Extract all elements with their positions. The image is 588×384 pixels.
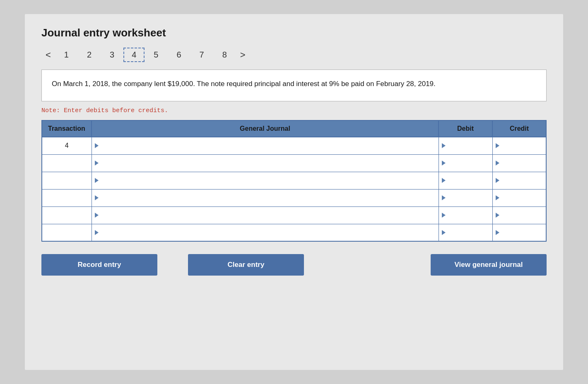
- col-header-general-journal: General Journal: [92, 120, 439, 137]
- pagination-item-1[interactable]: 1: [55, 48, 78, 62]
- debit-input-2[interactable]: [439, 172, 492, 189]
- note-text: Note: Enter debits before credits.: [41, 107, 547, 114]
- arrow-icon: [496, 195, 499, 200]
- view-general-journal-button[interactable]: View general journal: [431, 254, 547, 276]
- debit-input-4[interactable]: [439, 207, 492, 224]
- general-journal-cell-0[interactable]: [92, 137, 439, 154]
- table-row: [42, 224, 546, 241]
- pagination-prev[interactable]: <: [41, 48, 55, 62]
- pagination: < 1 2 3 4 5 6 7 8 >: [41, 48, 547, 62]
- table-row: [42, 172, 546, 189]
- pagination-item-6[interactable]: 6: [167, 48, 190, 62]
- pagination-item-5[interactable]: 5: [145, 48, 167, 62]
- debit-input-0[interactable]: [439, 137, 492, 154]
- arrow-icon: [496, 143, 499, 148]
- arrow-icon: [442, 161, 446, 166]
- general-journal-cell-3[interactable]: [92, 189, 439, 206]
- record-entry-button[interactable]: Record entry: [41, 254, 157, 276]
- arrow-icon: [442, 195, 446, 200]
- debit-cell-0[interactable]: [439, 137, 492, 154]
- debit-cell-1[interactable]: [439, 154, 492, 172]
- description-text: On March 1, 2018, the company lent $19,0…: [52, 80, 436, 88]
- credit-input-2[interactable]: [493, 172, 546, 189]
- pagination-item-8[interactable]: 8: [213, 48, 236, 62]
- transaction-cell-0: 4: [42, 137, 92, 154]
- transaction-cell-3: [42, 189, 92, 206]
- arrow-icon: [95, 161, 99, 166]
- transaction-cell-2: [42, 172, 92, 189]
- table-row: [42, 206, 546, 224]
- general-journal-input-3[interactable]: [94, 190, 439, 206]
- transaction-cell-1: [42, 154, 92, 172]
- general-journal-input-2[interactable]: [94, 172, 439, 189]
- general-journal-cell-1[interactable]: [92, 154, 439, 172]
- credit-input-3[interactable]: [493, 190, 546, 206]
- description-box: On March 1, 2018, the company lent $19,0…: [41, 70, 547, 101]
- debit-input-5[interactable]: [439, 224, 492, 241]
- general-journal-input-5[interactable]: [94, 224, 439, 241]
- credit-cell-0[interactable]: [492, 137, 546, 154]
- debit-cell-3[interactable]: [439, 189, 492, 206]
- pagination-item-3[interactable]: 3: [101, 48, 123, 62]
- credit-cell-3[interactable]: [492, 189, 546, 206]
- transaction-cell-5: [42, 224, 92, 241]
- journal-table: Transaction General Journal Debit Credit…: [41, 120, 547, 242]
- table-row: 4: [42, 137, 546, 154]
- clear-entry-button[interactable]: Clear entry: [188, 254, 304, 276]
- col-header-debit: Debit: [439, 120, 492, 137]
- arrow-icon: [442, 178, 446, 183]
- table-row: [42, 154, 546, 172]
- credit-cell-4[interactable]: [492, 206, 546, 224]
- debit-input-1[interactable]: [439, 155, 492, 172]
- arrow-icon: [95, 213, 99, 218]
- credit-input-4[interactable]: [493, 207, 546, 224]
- pagination-next[interactable]: >: [236, 48, 250, 62]
- credit-cell-5[interactable]: [492, 224, 546, 241]
- debit-cell-4[interactable]: [439, 206, 492, 224]
- general-journal-input-1[interactable]: [94, 155, 439, 172]
- transaction-cell-4: [42, 206, 92, 224]
- pagination-item-2[interactable]: 2: [78, 48, 101, 62]
- credit-cell-2[interactable]: [492, 172, 546, 189]
- debit-input-3[interactable]: [439, 190, 492, 206]
- general-journal-input-4[interactable]: [94, 207, 439, 224]
- arrow-icon: [95, 143, 99, 148]
- debit-cell-5[interactable]: [439, 224, 492, 241]
- page-title: Journal entry worksheet: [41, 26, 547, 39]
- arrow-icon: [496, 178, 499, 183]
- arrow-icon: [95, 178, 99, 183]
- pagination-item-4[interactable]: 4: [123, 48, 145, 62]
- arrow-icon: [95, 195, 99, 200]
- general-journal-cell-5[interactable]: [92, 224, 439, 241]
- main-container: Journal entry worksheet < 1 2 3 4 5 6 7 …: [25, 14, 563, 370]
- debit-cell-2[interactable]: [439, 172, 492, 189]
- col-header-transaction: Transaction: [42, 120, 92, 137]
- general-journal-input-0[interactable]: [94, 137, 439, 154]
- arrow-icon: [496, 161, 499, 166]
- arrow-icon: [496, 230, 499, 235]
- arrow-icon: [442, 143, 446, 148]
- table-row: [42, 189, 546, 206]
- credit-cell-1[interactable]: [492, 154, 546, 172]
- general-journal-cell-4[interactable]: [92, 206, 439, 224]
- credit-input-5[interactable]: [493, 224, 546, 241]
- arrow-icon: [95, 230, 99, 235]
- arrow-icon: [442, 213, 446, 218]
- pagination-item-7[interactable]: 7: [190, 48, 213, 62]
- arrow-icon: [442, 230, 446, 235]
- general-journal-cell-2[interactable]: [92, 172, 439, 189]
- buttons-row: Record entry Clear entry View general jo…: [41, 254, 547, 276]
- arrow-icon: [496, 213, 499, 218]
- credit-input-1[interactable]: [493, 155, 546, 172]
- col-header-credit: Credit: [492, 120, 546, 137]
- credit-input-0[interactable]: [493, 137, 546, 154]
